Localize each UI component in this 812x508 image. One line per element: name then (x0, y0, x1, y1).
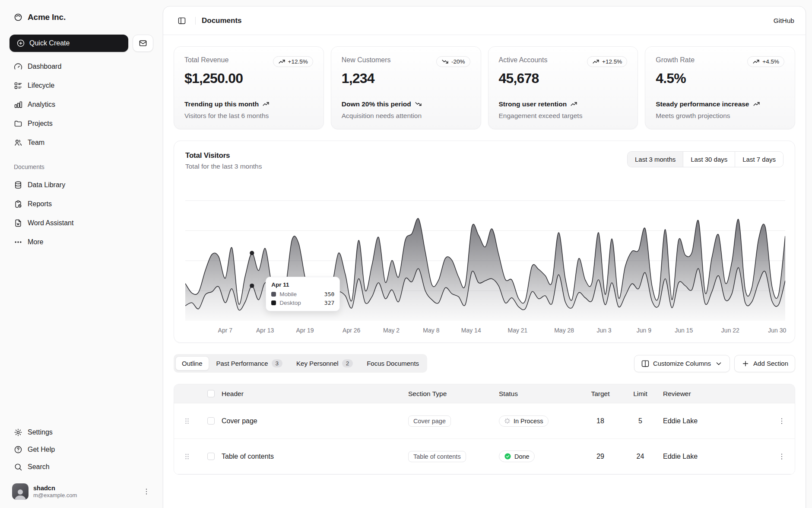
github-link[interactable]: GitHub (774, 17, 794, 25)
sidebar-item-settings[interactable]: Settings (10, 424, 153, 441)
sidebar-item-get-help[interactable]: Get Help (10, 441, 153, 458)
quick-create-label: Quick Create (29, 39, 70, 47)
row-menu-button[interactable] (769, 417, 795, 425)
range-last-3-months[interactable]: Last 3 months (628, 152, 683, 167)
sidebar-item-analytics[interactable]: Analytics (10, 96, 153, 113)
row-checkbox[interactable] (207, 453, 215, 460)
card-footer-desc: Acquisition needs attention (342, 111, 470, 121)
drag-handle[interactable] (174, 452, 200, 461)
card-value: 45,678 (499, 70, 628, 86)
main-content: Total Revenue+12.5%$1,250.00Trending up … (163, 35, 806, 486)
table-row-cover-page: Cover pageCover pageIn Process185Eddie L… (174, 403, 795, 439)
main-panel: Documents GitHub Total Revenue+12.5%$1,2… (163, 6, 806, 508)
list-details-icon (14, 81, 22, 90)
grip-icon (183, 417, 191, 425)
row-target[interactable]: 18 (583, 417, 618, 425)
x-tick: May 21 (508, 327, 527, 334)
tab-focus-documents[interactable]: Focus Documents (360, 356, 425, 371)
trend-badge: -20% (436, 56, 470, 67)
inbox-button[interactable] (133, 35, 153, 52)
sidebar-toggle-button[interactable] (174, 13, 189, 28)
row-checkbox[interactable] (207, 417, 215, 425)
sections-tabs: OutlinePast Performance3Key Personnel2Fo… (174, 354, 427, 373)
nav-item-label: Dashboard (28, 63, 61, 70)
chart-x-axis: Apr 7Apr 13Apr 19Apr 26May 2May 8May 14M… (185, 327, 783, 335)
header-divider (195, 17, 196, 25)
x-tick: Apr 7 (218, 327, 232, 334)
row-header[interactable]: Table of contents (222, 453, 408, 460)
user-menu[interactable]: shadcn m@example.com (10, 481, 153, 502)
sidebar-item-reports[interactable]: Reports (10, 195, 153, 213)
range-last-30-days[interactable]: Last 30 days (683, 152, 735, 167)
tab-key-personnel[interactable]: Key Personnel2 (290, 356, 359, 371)
x-tick: May 28 (554, 327, 574, 334)
trend-up-icon (753, 100, 760, 108)
section-type-badge: Cover page (408, 415, 451, 427)
row-limit[interactable]: 5 (618, 417, 663, 425)
page-title: Documents (202, 16, 242, 25)
sidebar-item-dashboard[interactable]: Dashboard (10, 58, 153, 75)
card-value: 1,234 (342, 70, 470, 86)
workspace-switcher[interactable]: Acme Inc. (10, 8, 153, 27)
card-footer-title: Trending up this month (184, 99, 259, 109)
range-last-7-days[interactable]: Last 7 days (735, 152, 783, 167)
row-limit[interactable]: 24 (618, 453, 663, 460)
dashboard-icon (14, 62, 22, 71)
sidebar-item-lifecycle[interactable]: Lifecycle (10, 77, 153, 94)
x-tick: May 2 (383, 327, 400, 334)
plus-circle-icon (16, 39, 25, 48)
tab-count-badge: 2 (342, 359, 353, 367)
sidebar-item-data-library[interactable]: Data Library (10, 176, 153, 194)
sidebar-main-nav: DashboardLifecycleAnalyticsProjectsTeam (10, 58, 153, 151)
search-icon (14, 463, 22, 471)
col-limit: Limit (618, 390, 663, 398)
check-filled-icon (504, 453, 511, 460)
row-reviewer[interactable]: Eddie Lake (663, 453, 769, 460)
series-label: Mobile (279, 291, 297, 297)
row-reviewer[interactable]: Eddie Lake (663, 417, 769, 425)
drag-handle[interactable] (174, 417, 200, 425)
tooltip-row: Desktop327 (271, 300, 334, 306)
row-target[interactable]: 29 (583, 453, 618, 460)
main-header: Documents GitHub (163, 6, 806, 35)
card-footer-desc: Engagement exceed targets (499, 111, 628, 121)
trend-up-icon (262, 100, 270, 108)
col-section-type: Section Type (408, 390, 499, 398)
x-tick: Apr 26 (343, 327, 360, 334)
user-menu-icon[interactable] (142, 487, 151, 496)
row-menu-button[interactable] (769, 452, 795, 461)
stat-card-total-revenue: Total Revenue+12.5%$1,250.00Trending up … (174, 46, 324, 129)
nav-item-label: Data Library (28, 181, 65, 189)
sidebar-item-more[interactable]: More (10, 233, 153, 251)
trend-badge: +12.5% (587, 56, 627, 67)
columns-icon (641, 359, 650, 368)
grip-icon (183, 452, 191, 461)
sidebar-item-word-assistant[interactable]: Word Assistant (10, 214, 153, 232)
card-footer-title: Steady performance increase (656, 99, 749, 109)
tab-past-performance[interactable]: Past Performance3 (210, 356, 289, 371)
dots-icon (14, 238, 22, 246)
col-target: Target (583, 390, 618, 398)
tooltip-row: Mobile350 (271, 291, 334, 297)
x-tick: Jun 3 (596, 327, 611, 334)
select-all-checkbox[interactable] (207, 390, 215, 397)
x-tick: Apr 19 (296, 327, 314, 334)
nav-item-label: Settings (28, 428, 53, 436)
dots-vertical-icon (777, 417, 786, 425)
quick-create-button[interactable]: Quick Create (10, 35, 128, 52)
trend-badge: +12.5% (273, 56, 313, 67)
x-tick: May 14 (461, 327, 481, 334)
quick-create-row: Quick Create (10, 35, 153, 52)
tab-outline[interactable]: Outline (175, 356, 209, 371)
nav-item-label: More (28, 238, 43, 246)
sidebar-item-search[interactable]: Search (10, 459, 153, 475)
customize-columns-button[interactable]: Customize Columns (634, 355, 730, 372)
sidebar-item-projects[interactable]: Projects (10, 115, 153, 132)
visitors-chart-card: Total Visitors Total for the last 3 mont… (174, 141, 795, 343)
sections-toolbar: OutlinePast Performance3Key Personnel2Fo… (174, 354, 795, 373)
sidebar-item-team[interactable]: Team (10, 134, 153, 151)
logo-icon (14, 13, 22, 22)
add-section-button[interactable]: Add Section (734, 355, 795, 372)
trend-up-icon (570, 100, 577, 108)
row-header[interactable]: Cover page (222, 417, 408, 425)
